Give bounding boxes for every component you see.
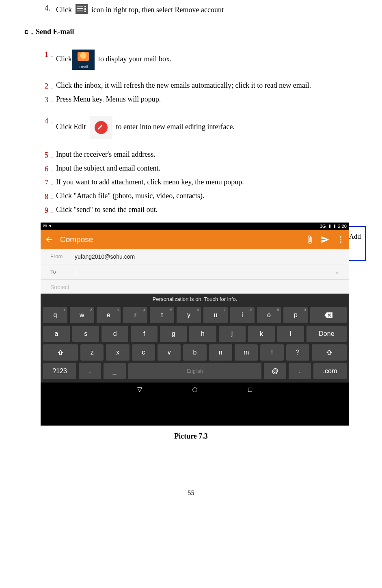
key-shift-right[interactable] [312,344,347,361]
key-n[interactable]: n [209,344,232,361]
key-.[interactable]: . [289,363,311,379]
key-,[interactable]: , [79,363,101,379]
key-p[interactable]: p0 [283,307,308,323]
list-item-c9: 9． Click "send" to send the email out. [45,205,358,215]
list-text: Click icon in right top, then select Rem… [56,4,358,14]
key-a[interactable]: a [43,326,70,342]
key-r[interactable]: r4 [123,307,147,323]
list-number: 2． [45,81,56,91]
key-q[interactable]: q1 [43,307,67,323]
from-field[interactable]: From yufang2010@sohu.com [41,249,349,264]
status-battery-icon: ▮ [333,223,336,229]
to-field[interactable]: To ⌄ [41,264,349,280]
compose-edit-icon [90,116,112,139]
key-t[interactable]: t5 [150,307,174,323]
key-i[interactable]: i8 [230,307,255,323]
key-z[interactable]: z [80,344,104,361]
status-notif-icon: ▾ [49,223,52,229]
key-k[interactable]: k [248,326,275,342]
list-number: 1． [45,50,56,59]
key-_[interactable]: _ [104,363,126,379]
status-signal-icon: ▮ [328,223,331,229]
list-text: Click "send" to send the email out. [56,205,358,214]
key-?[interactable]: ? [286,344,309,361]
list-number: 9． [45,205,56,215]
list-text: Click Edit to enter into new email editi… [56,116,358,139]
nav-back-icon[interactable] [136,387,143,393]
key-s[interactable]: s [72,326,99,342]
list-number: 7． [45,178,56,188]
key-m[interactable]: m [235,344,258,361]
app-bar: Compose [41,230,349,249]
key-h[interactable]: h [189,326,216,342]
back-icon[interactable] [45,235,54,244]
key-backspace[interactable] [310,307,347,323]
svg-rect-5 [248,388,252,391]
overflow-menu-icon[interactable] [336,235,345,244]
list-item-c3: 3． Press Menu key. Menus will popup. [45,95,358,105]
list-number: 3． [45,95,56,105]
list-number: 6． [45,164,56,174]
key-u[interactable]: u7 [203,307,228,323]
key-@[interactable]: @ [264,363,286,379]
key-d[interactable]: d [101,326,128,342]
list-number: 4. [45,4,56,13]
key-?123[interactable]: ?123 [43,363,76,379]
key-g[interactable]: g [160,326,187,342]
status-mail-icon: ✉ [43,223,47,229]
status-bar: ✉ ▾ 3G ▮ ▮ 2:20 [41,223,349,230]
attach-icon[interactable] [305,235,314,244]
list-number: 4． [45,116,56,126]
list-text: Click the inbox, it will refresh the new… [56,81,358,90]
svg-point-3 [340,241,341,243]
list-item-c2: 2． Click the inbox, it will refresh the … [45,81,358,91]
list-text: Click to display your mail box. [56,50,358,70]
send-icon[interactable] [321,235,330,244]
keyboard-info-bar[interactable]: Personalization is on. Touch for info. [41,294,349,305]
status-network: 3G [320,224,326,229]
list-text: Input the receiver's email address. [56,150,358,159]
chevron-down-icon[interactable]: ⌄ [335,268,339,275]
embedded-screenshot: ✉ ▾ 3G ▮ ▮ 2:20 Compose [41,223,349,426]
list-text: Click "Attach file" (photo, music, video… [56,192,358,200]
subject-field[interactable]: Subject [41,280,349,294]
status-time: 2:20 [338,224,347,229]
list-number: 5． [45,150,56,160]
list-item-c1: 1． Click to display your mail box. [45,50,358,70]
page-number: 55 [24,489,358,497]
list-text: Press Menu key. Menus will popup. [56,95,358,104]
text-cursor [75,269,75,275]
key-w[interactable]: w2 [70,307,94,323]
section-heading: c．Send E-mail [24,26,358,38]
key-c[interactable]: c [132,344,155,361]
key-shift-left[interactable] [43,344,78,361]
svg-point-1 [340,236,341,238]
appbar-title: Compose [60,235,299,244]
list-number: 8． [45,192,56,201]
key-.com[interactable]: .com [313,363,347,379]
nav-recent-icon[interactable] [247,387,253,393]
nav-home-icon[interactable] [192,387,198,393]
key-e[interactable]: e3 [97,307,121,323]
key-![interactable]: ! [260,344,283,361]
key-o[interactable]: o9 [257,307,281,323]
list-item-c8: 8． Click "Attach file" (photo, music, vi… [45,192,358,201]
menu-icon [76,4,88,14]
compose-form: From yufang2010@sohu.com To ⌄ Subject [41,249,349,294]
list-item-c7: 7． If you want to add attachment, click … [45,178,358,188]
key-v[interactable]: v [158,344,181,361]
key-l[interactable]: l [277,326,304,342]
key-b[interactable]: b [183,344,206,361]
list-item-c6: 6． Input the subject and email content. [45,164,358,174]
key-y[interactable]: y6 [177,307,201,323]
key-x[interactable]: x [106,344,129,361]
email-app-icon [72,50,95,70]
list-text: If you want to add attachment, click men… [56,178,358,186]
key-f[interactable]: f [131,326,158,342]
key-j[interactable]: j [219,326,246,342]
key-English[interactable]: English [128,363,262,379]
key-Done[interactable]: Done [306,326,347,342]
svg-point-4 [193,388,197,392]
figure-caption: Picture 7.3 [24,432,358,441]
list-item-b4: 4. Click icon in right top, then select … [45,4,358,14]
